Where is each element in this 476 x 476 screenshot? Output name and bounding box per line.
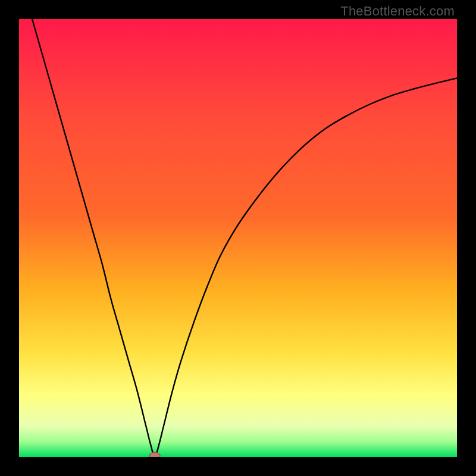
chart-frame: TheBottleneck.com [0,0,476,476]
plot-area [19,19,457,457]
watermark-text: TheBottleneck.com [340,4,455,19]
optimal-point-marker [149,452,160,457]
gradient-background [19,19,457,457]
bottleneck-chart [19,19,457,457]
